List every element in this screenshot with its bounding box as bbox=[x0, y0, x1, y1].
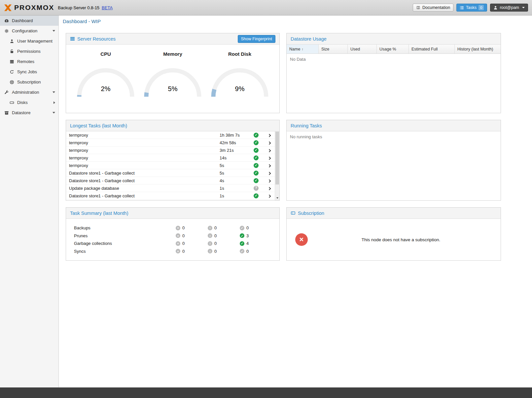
task-row[interactable]: termproxy 42m 58s ✓ bbox=[66, 139, 279, 147]
show-fingerprint-button[interactable]: Show Fingerprint bbox=[238, 35, 276, 43]
warning-circle-icon: ! bbox=[208, 241, 212, 246]
task-summary-panel: Task Summary (last Month) Backups ×0 !0 … bbox=[66, 207, 280, 261]
ok-count: 0 bbox=[246, 249, 249, 254]
task-row[interactable]: Datastore store1 - Garbage collect 5s ✓ bbox=[66, 169, 279, 177]
warning-count: 0 bbox=[214, 233, 217, 238]
ok-count: 3 bbox=[246, 233, 249, 238]
column-header-size[interactable]: Size bbox=[319, 45, 348, 53]
task-status-unknown-icon: ? bbox=[254, 186, 259, 191]
column-header-name[interactable]: Name ↑ bbox=[287, 45, 319, 53]
datastore-table-header: Name ↑ Size Used Usage % Estimated Full … bbox=[287, 45, 501, 54]
longest-tasks-list: termproxy 1h 38m 7s ✓ termproxy 42m 58s … bbox=[66, 131, 279, 200]
task-duration: 3m 21s bbox=[220, 148, 254, 153]
task-row[interactable]: termproxy 5s ✓ bbox=[66, 162, 279, 169]
documentation-button[interactable]: Documentation bbox=[413, 4, 453, 12]
task-duration: 1s bbox=[220, 193, 254, 198]
chevron-right-icon[interactable] bbox=[267, 179, 271, 182]
scrollbar[interactable] bbox=[275, 131, 279, 200]
panel-row-1: Server Resources Show Fingerprint CPU bbox=[66, 33, 532, 113]
chevron-right-icon[interactable] bbox=[267, 164, 271, 167]
sidebar-item-datastore[interactable]: Datastore bbox=[0, 108, 58, 118]
task-name: termproxy bbox=[69, 148, 220, 153]
task-row[interactable]: Datastore store1 - Garbage collect 4s ✓ bbox=[66, 177, 279, 184]
task-duration: 1s bbox=[220, 186, 254, 191]
column-header-usage-pct[interactable]: Usage % bbox=[377, 45, 409, 53]
sidebar-item-configuration[interactable]: Configuration bbox=[0, 26, 58, 36]
chevron-right-icon[interactable] bbox=[267, 141, 271, 145]
task-row[interactable]: termproxy 1h 38m 7s ✓ bbox=[66, 131, 279, 139]
triangle-down-icon bbox=[276, 197, 278, 199]
sidebar-item-label: Permissions bbox=[17, 49, 55, 54]
column-header-estimated-full[interactable]: Estimated Full bbox=[409, 45, 455, 53]
task-row[interactable]: Datastore store1 - Garbage collect 1s ✓ bbox=[66, 192, 279, 200]
refresh-icon bbox=[9, 70, 15, 74]
sidebar-item-user-management[interactable]: User Management bbox=[0, 36, 58, 46]
ok-circle-icon: ✓ bbox=[240, 233, 244, 238]
task-row[interactable]: termproxy 14s ✓ bbox=[66, 154, 279, 162]
tasks-button[interactable]: Tasks 0 bbox=[456, 4, 487, 12]
user-menu-button[interactable]: root@pam bbox=[490, 4, 528, 12]
chevron-right-icon[interactable] bbox=[267, 172, 271, 175]
sidebar-item-subscription[interactable]: Subscription bbox=[0, 77, 58, 87]
sidebar-item-label: Administration bbox=[12, 90, 50, 95]
documentation-label: Documentation bbox=[422, 5, 450, 10]
expand-caret-icon bbox=[53, 30, 55, 32]
life-ring-icon bbox=[9, 80, 15, 84]
scrollbar-down-button[interactable] bbox=[275, 196, 279, 200]
proxmox-logo: PROXMOX bbox=[4, 4, 54, 12]
summary-row-syncs: Syncs ×0 !0 ✓0 bbox=[74, 248, 279, 255]
task-status-ok-icon: ✓ bbox=[254, 178, 259, 183]
beta-link[interactable]: BETA bbox=[102, 5, 113, 10]
task-name: Datastore store1 - Garbage collect bbox=[69, 178, 220, 183]
task-duration: 5s bbox=[220, 163, 254, 168]
hard-disk-icon bbox=[9, 100, 15, 105]
sidebar-item-label: Remotes bbox=[17, 59, 55, 64]
memory-gauge-arc: 5% bbox=[143, 65, 202, 98]
sidebar-item-disks[interactable]: Disks bbox=[0, 97, 58, 108]
cpu-gauge-label: CPU bbox=[100, 51, 111, 57]
page-title: Dashboard - WIP bbox=[63, 18, 101, 24]
task-status-ok-icon: ✓ bbox=[254, 171, 259, 176]
wrench-icon bbox=[4, 90, 9, 95]
no-subscription-x-icon: × bbox=[295, 233, 308, 246]
chevron-right-icon[interactable] bbox=[267, 194, 271, 198]
sidebar-item-label: Disks bbox=[17, 100, 51, 105]
column-header-history[interactable]: History (last Month) bbox=[455, 45, 501, 53]
sidebar-item-remotes[interactable]: Remotes bbox=[0, 56, 58, 67]
book-icon bbox=[416, 6, 420, 10]
main-row: Dashboard Configuration User Management bbox=[0, 16, 532, 387]
chevron-right-icon[interactable] bbox=[267, 149, 271, 152]
ok-circle-icon: ✓ bbox=[240, 249, 244, 253]
column-label: Name bbox=[289, 47, 300, 51]
product-version-label: Backup Server 0.8-15 bbox=[58, 5, 99, 10]
sidebar-item-administration[interactable]: Administration bbox=[0, 87, 58, 97]
ok-circle-icon: ✓ bbox=[240, 241, 244, 246]
top-header-bar: PROXMOX Backup Server 0.8-15 BETA Docume… bbox=[0, 0, 532, 16]
sidebar-item-label: Subscription bbox=[17, 80, 55, 84]
sidebar-item-dashboard[interactable]: Dashboard bbox=[0, 16, 58, 26]
resource-gauges: CPU 2% Memory bbox=[66, 45, 279, 113]
cpu-gauge-arc: 2% bbox=[76, 65, 135, 98]
task-row[interactable]: Update package database 1s ? bbox=[66, 184, 279, 192]
content-area: Dashboard - WIP Server Resources Show Fi… bbox=[59, 16, 532, 387]
chevron-right-icon[interactable] bbox=[267, 187, 271, 190]
longest-tasks-panel: Longest Tasks (last Month) termproxy 1h … bbox=[66, 120, 280, 201]
no-data-text: No Data bbox=[287, 54, 501, 65]
scrollbar-thumb[interactable] bbox=[275, 132, 279, 184]
task-name: Datastore store1 - Garbage collect bbox=[69, 193, 220, 198]
chevron-right-icon[interactable] bbox=[267, 134, 271, 137]
summary-row-garbage-collections: Garbage collections ×0 !0 ✓4 bbox=[74, 240, 279, 248]
chevron-right-icon[interactable] bbox=[267, 156, 271, 160]
sidebar-item-permissions[interactable]: Permissions bbox=[0, 46, 58, 56]
task-status-ok-icon: ✓ bbox=[254, 148, 259, 153]
warning-circle-icon: ! bbox=[208, 233, 212, 238]
datastore-usage-header: Datastore Usage bbox=[287, 33, 501, 45]
warning-count: 0 bbox=[214, 241, 217, 246]
task-row[interactable]: termproxy 3m 21s ✓ bbox=[66, 147, 279, 154]
sidebar-item-sync-jobs[interactable]: Sync Jobs bbox=[0, 67, 58, 77]
ok-count: 0 bbox=[246, 225, 249, 230]
column-header-used[interactable]: Used bbox=[348, 45, 377, 53]
tachometer-icon bbox=[4, 18, 9, 23]
task-duration: 4s bbox=[220, 178, 254, 183]
error-count: 0 bbox=[182, 225, 185, 230]
